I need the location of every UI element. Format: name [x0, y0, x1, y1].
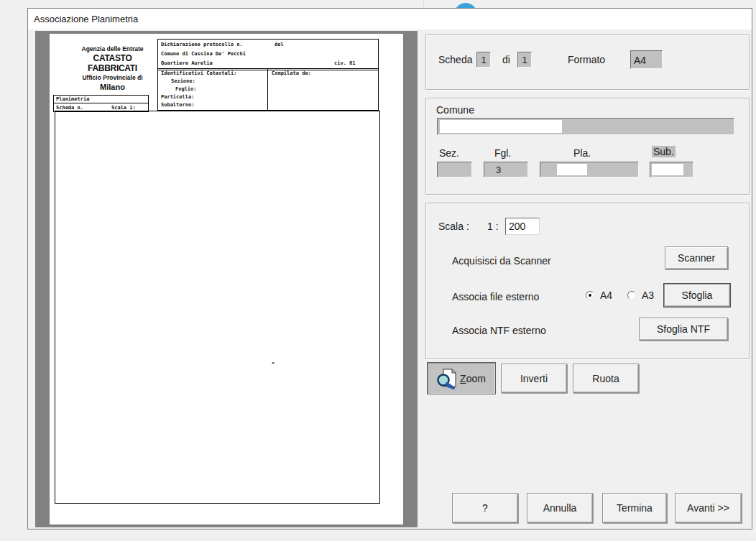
document-viewer[interactable]: Agenzia delle Entrate CATASTO FABBRICATI… — [35, 31, 418, 527]
radio-a3-label[interactable]: A3 — [642, 290, 654, 301]
protocol-del-label: del — [275, 42, 284, 47]
subalterno-label: Subalterno: — [161, 102, 194, 108]
scala-ratio-label: 1 : — [487, 221, 499, 232]
dialog-title: Associazione Planimetria — [34, 14, 138, 24]
sezione-label: Sezione: — [171, 78, 195, 84]
protocol-label: Dichiarazione protocollo n. — [161, 42, 243, 47]
pla-label: Pla. — [573, 147, 591, 159]
document-page: Agenzia delle Entrate CATASTO FABBRICATI… — [50, 34, 403, 524]
sub-label: Sub. — [652, 146, 676, 157]
fgl-field[interactable]: 3 — [484, 162, 528, 177]
scheda-group: Scheda 1 di 1 Formato A4 — [425, 34, 750, 90]
acquisizione-group: Scala : 1 : 200 Acquisisci da Scanner Sc… — [425, 203, 750, 359]
acquisisci-scanner-label: Acquisisci da Scanner — [452, 255, 551, 267]
scala-input[interactable]: 200 — [505, 218, 540, 235]
sub-field[interactable] — [650, 162, 693, 177]
background-header-divider — [423, 0, 424, 8]
scala-1-label: Scala 1: — [111, 105, 136, 111]
ruota-button[interactable]: Ruota — [573, 364, 639, 393]
identificativi-title: Identificativi Catastali: — [161, 70, 236, 76]
comune-label: Comune — [436, 104, 474, 116]
help-button[interactable]: ? — [452, 493, 518, 523]
protocol-box: Dichiarazione protocollo n. del Comune d… — [157, 39, 379, 70]
sez-field[interactable] — [437, 162, 472, 177]
agency-line1: Agenzia delle Entrate — [68, 45, 157, 52]
agency-line3: Ufficio Provinciale di — [68, 74, 157, 81]
radio-a3[interactable] — [627, 291, 636, 300]
center-mark: - — [271, 359, 275, 366]
associazione-planimetria-dialog: Associazione Planimetria Agenzia delle E… — [27, 8, 752, 530]
scheda-n-label: Scheda n. — [56, 105, 83, 111]
scheda-di-label: di — [502, 54, 510, 65]
scheda-value-field: 1 — [476, 52, 491, 68]
radio-a4[interactable] — [586, 291, 594, 300]
agency-line4: Milano — [68, 83, 157, 91]
identificativi-divider — [267, 69, 268, 110]
zoom-icon — [437, 368, 458, 389]
associa-ntf-label: Associa NTF esterno — [452, 325, 546, 336]
comune-field-text — [440, 120, 562, 133]
compilata-label: Compilata da: — [272, 70, 311, 76]
comune-line: Comune di Cassina De' Pecchi — [161, 51, 246, 57]
comune-field[interactable] — [437, 118, 734, 135]
zoom-button[interactable]: Zoom — [427, 362, 496, 394]
sub-field-text — [652, 164, 683, 175]
planimetria-label: Planimetria — [56, 96, 89, 102]
radio-a4-label[interactable]: A4 — [600, 290, 612, 301]
foglio-label: Foglio: — [175, 86, 197, 92]
sfoglia-ntf-button[interactable]: Sfoglia NTF — [639, 318, 728, 341]
inverti-button[interactable]: Inverti — [501, 364, 567, 393]
particella-label: Particella: — [161, 94, 194, 100]
agency-line2: CATASTO FABBRICATI — [68, 53, 157, 73]
pla-field[interactable] — [540, 162, 639, 177]
termina-button[interactable]: Termina — [602, 493, 667, 523]
agency-header: Agenzia delle Entrate CATASTO FABBRICATI… — [68, 45, 157, 91]
comune-group: Comune Sez. Fgl. Pla. Sub. 3 — [425, 98, 750, 195]
civ-label: civ. 81 — [334, 60, 356, 66]
scala-label: Scala : — [438, 221, 469, 232]
drawing-area: - — [55, 111, 380, 504]
dialog-titlebar[interactable]: Associazione Planimetria — [28, 9, 752, 29]
background-toolbar — [0, 530, 756, 541]
sez-label: Sez. — [439, 147, 459, 159]
fgl-label: Fgl. — [494, 147, 511, 159]
formato-label: Formato — [568, 54, 605, 65]
planimetria-divider — [54, 103, 148, 103]
quartiere-line: Quartiere Aurelia — [161, 60, 213, 66]
scheda-total-field: 1 — [517, 52, 532, 68]
formato-field: A4 — [630, 50, 663, 69]
avanti-button[interactable]: Avanti >> — [675, 493, 742, 523]
annulla-button[interactable]: Annulla — [527, 493, 593, 523]
pla-field-text — [557, 164, 587, 175]
sfoglia-button[interactable]: Sfoglia — [664, 284, 730, 307]
scheda-label: Scheda — [438, 54, 472, 65]
planimetria-box: Planimetria Scheda n. Scala 1: — [53, 95, 149, 112]
scanner-button[interactable]: Scanner — [665, 246, 728, 269]
identificativi-box: Identificativi Catastali: Sezione: Fogli… — [157, 68, 379, 111]
associa-file-label: Associa file esterno — [452, 291, 539, 302]
